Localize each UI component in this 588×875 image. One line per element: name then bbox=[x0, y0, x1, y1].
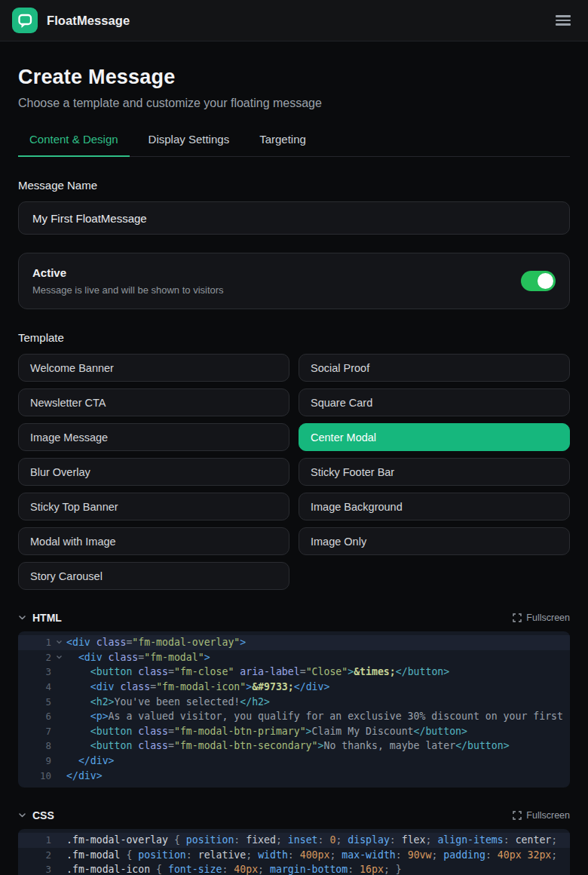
fold-toggle[interactable] bbox=[51, 640, 66, 645]
line-number: 8 bbox=[18, 740, 51, 751]
code-line: 3.fm-modal-icon { font-size: 40px; margi… bbox=[18, 862, 570, 875]
code-text: <div class="fm-modal-icon">&#9733;</div> bbox=[66, 681, 570, 692]
template-option-image-background[interactable]: Image Background bbox=[299, 493, 570, 520]
code-text: <button class="fm-close" aria-label="Clo… bbox=[66, 666, 570, 677]
fold-chevron-icon bbox=[56, 655, 63, 660]
code-text: </div> bbox=[66, 755, 570, 766]
toggle-knob bbox=[537, 273, 553, 289]
app-title: FloatMessage bbox=[47, 14, 130, 28]
line-number: 10 bbox=[18, 770, 51, 781]
active-description: Message is live and will be shown to vis… bbox=[32, 284, 521, 296]
template-option-square-card[interactable]: Square Card bbox=[299, 388, 570, 416]
code-line: 7 <button class="fm-modal-btn-primary">C… bbox=[18, 724, 570, 739]
active-status-card: Active Message is live and will be shown… bbox=[18, 253, 570, 309]
tab-content-design[interactable]: Content & Design bbox=[18, 133, 130, 157]
code-line: 2.fm-modal { position: relative; width: … bbox=[18, 848, 570, 863]
code-editor-css: CSSFullscreen1.fm-modal-overlay { positi… bbox=[18, 809, 570, 875]
fold-chevron-icon bbox=[56, 640, 63, 645]
line-number: 4 bbox=[18, 681, 51, 692]
code-line: 6 <p>As a valued visitor, you qualify fo… bbox=[18, 709, 570, 724]
code-editor-html: HTMLFullscreen1<div class="fm-modal-over… bbox=[18, 612, 570, 788]
code-text: <div class="fm-modal-overlay"> bbox=[66, 637, 570, 648]
template-option-modal-with-image[interactable]: Modal with Image bbox=[18, 527, 289, 555]
code-line: 10</div> bbox=[18, 768, 570, 783]
code-text: <button class="fm-modal-btn-primary">Cla… bbox=[66, 726, 570, 737]
code-line: 8 <button class="fm-modal-btn-secondary"… bbox=[18, 738, 570, 754]
line-number: 7 bbox=[18, 726, 51, 737]
tab-display-settings[interactable]: Display Settings bbox=[137, 133, 241, 157]
line-number: 3 bbox=[18, 666, 51, 677]
top-bar: FloatMessage bbox=[0, 0, 588, 41]
code-text: .fm-modal-overlay { position: fixed; ins… bbox=[66, 834, 570, 846]
fullscreen-button-css[interactable]: Fullscreen bbox=[513, 810, 570, 821]
fold-toggle[interactable] bbox=[51, 655, 66, 660]
page-subtitle: Choose a template and customize your flo… bbox=[18, 97, 570, 110]
line-number: 6 bbox=[18, 711, 51, 722]
code-block-css[interactable]: 1.fm-modal-overlay { position: fixed; in… bbox=[18, 829, 570, 875]
fullscreen-button-html[interactable]: Fullscreen bbox=[513, 612, 570, 623]
app-logo bbox=[12, 8, 38, 33]
speech-bubble-icon bbox=[12, 8, 38, 33]
code-text: <p>As a valued visitor, you qualify for … bbox=[66, 711, 570, 722]
template-option-story-carousel[interactable]: Story Carousel bbox=[18, 562, 289, 590]
code-text: .fm-modal { position: relative; width: 4… bbox=[66, 849, 570, 861]
chevron-down-icon bbox=[18, 615, 26, 621]
code-text: <div class="fm-modal"> bbox=[66, 652, 570, 663]
template-option-center-modal[interactable]: Center Modal bbox=[299, 423, 570, 451]
code-line: 5 <h2>You've been selected!</h2> bbox=[18, 694, 570, 709]
fullscreen-label: Fullscreen bbox=[526, 810, 570, 821]
fullscreen-icon bbox=[513, 613, 522, 622]
page-title: Create Message bbox=[18, 66, 570, 89]
template-label: Template bbox=[18, 331, 570, 344]
code-line: 1.fm-modal-overlay { position: fixed; in… bbox=[18, 833, 570, 848]
editor-collapse-html[interactable]: HTML bbox=[18, 612, 62, 624]
create-message-page: Create Message Choose a template and cus… bbox=[0, 66, 588, 875]
template-option-welcome-banner[interactable]: Welcome Banner bbox=[18, 354, 289, 382]
code-line: 4 <div class="fm-modal-icon">&#9733;</di… bbox=[18, 680, 570, 695]
chevron-down-icon bbox=[18, 812, 26, 818]
code-text: <button class="fm-modal-btn-secondary">N… bbox=[66, 740, 570, 751]
line-number: 3 bbox=[18, 864, 51, 875]
line-number: 9 bbox=[18, 755, 51, 766]
code-line: 1<div class="fm-modal-overlay"> bbox=[18, 635, 570, 650]
template-option-newsletter-cta[interactable]: Newsletter CTA bbox=[18, 388, 289, 416]
message-name-label: Message Name bbox=[18, 179, 570, 192]
template-option-social-proof[interactable]: Social Proof bbox=[299, 354, 570, 382]
editor-title: HTML bbox=[32, 612, 62, 624]
template-option-image-message[interactable]: Image Message bbox=[18, 423, 289, 451]
code-line: 9 </div> bbox=[18, 754, 570, 769]
code-text: .fm-modal-icon { font-size: 40px; margin… bbox=[66, 864, 570, 875]
template-option-sticky-top-banner[interactable]: Sticky Top Banner bbox=[18, 493, 289, 520]
fullscreen-label: Fullscreen bbox=[526, 612, 570, 623]
code-text: </div> bbox=[66, 770, 570, 781]
message-name-input[interactable] bbox=[18, 201, 570, 235]
code-text: <h2>You've been selected!</h2> bbox=[66, 696, 570, 708]
menu-icon[interactable] bbox=[550, 9, 576, 32]
template-option-sticky-footer-bar[interactable]: Sticky Footer Bar bbox=[299, 458, 570, 486]
code-block-html[interactable]: 1<div class="fm-modal-overlay">2 <div cl… bbox=[18, 631, 570, 788]
line-number: 1 bbox=[18, 637, 51, 648]
line-number: 2 bbox=[18, 849, 51, 861]
editor-title: CSS bbox=[32, 809, 54, 821]
fullscreen-icon bbox=[513, 811, 522, 820]
template-grid: Welcome BannerSocial ProofNewsletter CTA… bbox=[18, 354, 570, 590]
code-line: 3 <button class="fm-close" aria-label="C… bbox=[18, 665, 570, 680]
code-line: 2 <div class="fm-modal"> bbox=[18, 650, 570, 665]
template-option-image-only[interactable]: Image Only bbox=[299, 527, 570, 555]
active-label: Active bbox=[32, 266, 521, 279]
template-option-blur-overlay[interactable]: Blur Overlay bbox=[18, 458, 289, 486]
line-number: 1 bbox=[18, 834, 51, 846]
editor-collapse-css[interactable]: CSS bbox=[18, 809, 54, 821]
tab-bar: Content & DesignDisplay SettingsTargetin… bbox=[18, 133, 570, 157]
tab-targeting[interactable]: Targeting bbox=[248, 133, 317, 157]
active-toggle[interactable] bbox=[521, 271, 556, 291]
line-number: 2 bbox=[18, 652, 51, 663]
line-number: 5 bbox=[18, 696, 51, 708]
